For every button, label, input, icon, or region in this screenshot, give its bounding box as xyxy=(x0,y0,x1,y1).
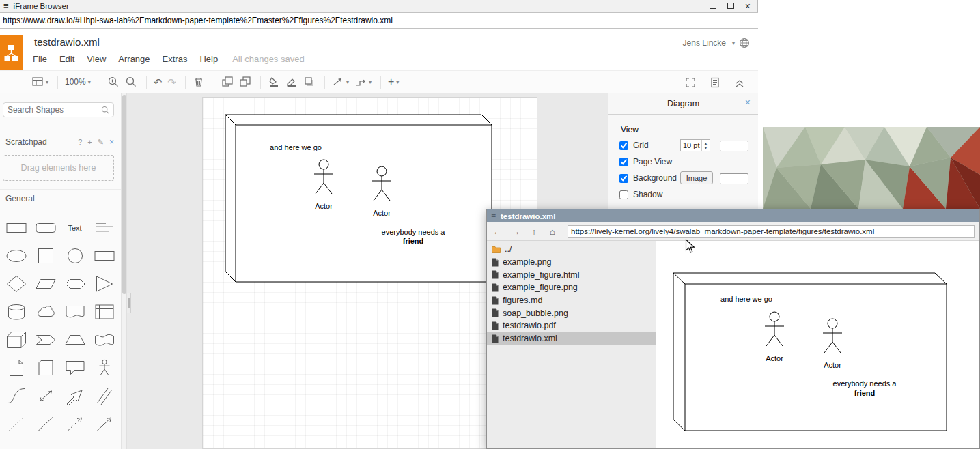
menu-view[interactable]: View xyxy=(87,54,106,64)
shape-cloud[interactable] xyxy=(31,298,60,325)
shape-document[interactable] xyxy=(60,298,89,325)
line-color-button[interactable] xyxy=(285,74,298,89)
maximize-button[interactable] xyxy=(727,2,734,10)
step-down-icon[interactable]: ▾ xyxy=(705,145,707,150)
forward-button[interactable]: → xyxy=(510,227,521,236)
shadow-checkbox[interactable] xyxy=(619,190,628,199)
hamburger-icon[interactable]: ≡ xyxy=(491,212,496,220)
shape-diamond[interactable] xyxy=(1,270,31,298)
close-icon[interactable]: × xyxy=(109,137,114,147)
back-button[interactable]: ← xyxy=(492,227,503,236)
shape-circle[interactable] xyxy=(60,242,89,270)
shape-card[interactable] xyxy=(31,353,60,381)
scratchpad-dropzone[interactable]: Drag elements here xyxy=(3,155,114,181)
account-menu[interactable]: Jens Lincke ▾ xyxy=(683,38,750,48)
shape-hexagon[interactable] xyxy=(60,270,89,298)
shape-internal-storage[interactable] xyxy=(89,298,119,325)
shape-curve[interactable] xyxy=(1,381,31,409)
general-section-header[interactable]: General xyxy=(5,194,35,203)
shape-rectangle[interactable] xyxy=(1,214,31,242)
format-panel-toggle-button[interactable] xyxy=(709,75,721,90)
minimize-button[interactable] xyxy=(710,2,716,10)
menu-arrange[interactable]: Arrange xyxy=(118,54,150,64)
shape-parallelogram[interactable] xyxy=(31,270,60,298)
undo-button[interactable]: ↶ xyxy=(154,74,163,89)
collapse-toolbar-button[interactable] xyxy=(733,75,746,90)
zoom-level-dropdown[interactable]: 100% ▾ xyxy=(65,74,91,89)
shape-note[interactable] xyxy=(1,353,31,381)
zoom-out-button[interactable] xyxy=(125,74,137,89)
help-icon[interactable]: ? xyxy=(78,138,82,146)
delete-button[interactable] xyxy=(193,74,205,89)
add-icon[interactable]: + xyxy=(87,138,92,146)
file-row[interactable]: figures.md xyxy=(487,294,656,307)
page-view-checkbox[interactable] xyxy=(619,158,628,166)
note-text-line2[interactable]: friend xyxy=(403,237,424,245)
window-titlebar[interactable]: ≡ iFrame Browser × xyxy=(0,0,757,12)
menu-help[interactable]: Help xyxy=(199,54,218,64)
edit-icon[interactable]: ✎ xyxy=(98,138,104,147)
actor-left-label[interactable]: Actor xyxy=(315,202,333,210)
menu-edit[interactable]: Edit xyxy=(59,54,74,64)
menu-extras[interactable]: Extras xyxy=(163,54,188,64)
note-text-line1[interactable]: everybody needs a xyxy=(382,228,446,236)
background-color-swatch[interactable] xyxy=(720,173,748,184)
shape-square[interactable] xyxy=(31,242,60,270)
shape-cylinder[interactable] xyxy=(1,298,31,325)
shape-bidirectional-arrow[interactable] xyxy=(31,381,60,409)
insert-button[interactable]: + ▾ xyxy=(388,74,399,89)
file-row-selected[interactable]: testdrawio.xml xyxy=(487,332,656,345)
caption-text[interactable]: and here we go xyxy=(270,143,322,151)
menu-file[interactable]: File xyxy=(33,54,47,64)
shape-text[interactable]: Text xyxy=(60,214,89,242)
shape-ellipse[interactable] xyxy=(1,242,31,270)
shape-double-line[interactable] xyxy=(89,381,119,409)
file-row[interactable]: example_figure.html xyxy=(487,268,656,281)
page-view-button[interactable]: ▾ xyxy=(31,74,48,89)
file-row[interactable]: example_figure.png xyxy=(487,281,656,294)
tab-diagram[interactable]: Diagram xyxy=(667,99,699,108)
shape-dashed-arrow[interactable] xyxy=(60,409,89,437)
to-front-button[interactable] xyxy=(221,74,234,89)
to-back-button[interactable] xyxy=(239,74,251,89)
shape-trapezoid[interactable] xyxy=(60,325,89,353)
close-icon[interactable]: × xyxy=(745,98,751,107)
sidebar-splitter-handle[interactable] xyxy=(127,293,131,313)
address-bar-input[interactable] xyxy=(0,12,758,29)
grid-checkbox[interactable] xyxy=(619,141,628,150)
redo-button[interactable]: ↷ xyxy=(167,74,176,89)
waypoints-button[interactable]: ▾ xyxy=(354,74,372,89)
shape-process[interactable] xyxy=(89,242,119,270)
shape-textbox[interactable] xyxy=(89,214,119,242)
shape-cube[interactable] xyxy=(1,325,31,353)
file-row[interactable]: example.png xyxy=(487,256,656,269)
sidebar-scrollbar[interactable] xyxy=(122,93,127,449)
image-button[interactable]: Image xyxy=(680,171,713,184)
connection-button[interactable]: ▾ xyxy=(332,74,349,89)
home-button[interactable]: ⌂ xyxy=(547,227,558,236)
close-button[interactable]: × xyxy=(745,3,751,10)
grid-size-input[interactable]: 10 pt ▴▾ xyxy=(680,139,710,151)
shape-triangle[interactable] xyxy=(89,270,119,298)
shadow-button[interactable] xyxy=(303,74,316,89)
up-button[interactable]: ↑ xyxy=(529,227,540,236)
fill-color-button[interactable] xyxy=(268,74,280,89)
file-url-input[interactable] xyxy=(568,225,975,238)
shape-line[interactable] xyxy=(31,409,60,437)
shape-actor[interactable] xyxy=(89,353,119,381)
grid-color-swatch[interactable] xyxy=(720,141,748,151)
shape-callout[interactable] xyxy=(60,353,89,381)
shape-step[interactable] xyxy=(31,325,60,353)
hamburger-icon[interactable]: ≡ xyxy=(3,1,9,10)
fit-page-button[interactable] xyxy=(684,75,697,90)
shape-arrow[interactable] xyxy=(89,409,119,437)
shape-block-arrow[interactable] xyxy=(60,381,89,409)
zoom-in-button[interactable] xyxy=(107,74,120,89)
background-checkbox[interactable] xyxy=(619,174,628,183)
file-row-parent[interactable]: ../ xyxy=(487,243,656,256)
shape-rounded-rectangle[interactable] xyxy=(31,214,60,242)
shape-dotted-line[interactable] xyxy=(1,409,31,437)
actor-right-label[interactable]: Actor xyxy=(373,209,391,217)
scrollbar-thumb[interactable] xyxy=(122,95,126,294)
stepper-icons[interactable]: ▴▾ xyxy=(701,140,710,151)
